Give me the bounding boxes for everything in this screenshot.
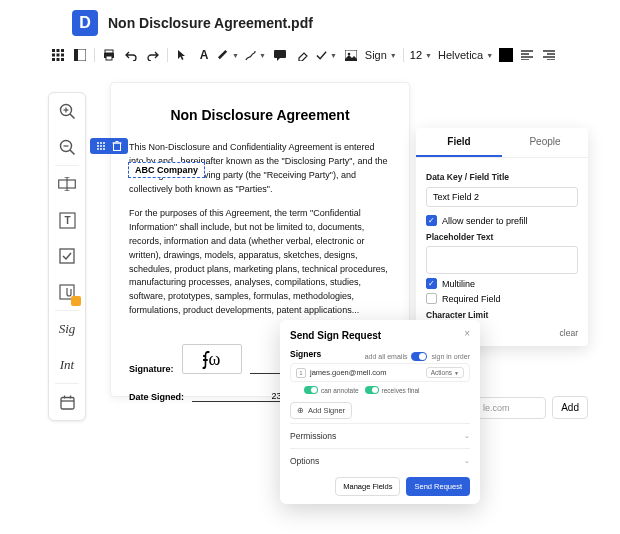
eraser-icon[interactable] [294,47,310,63]
company-text-field[interactable]: ABC Company [128,162,205,178]
signer-index: 1 [296,368,306,378]
zoom-in-icon[interactable] [49,93,85,129]
svg-rect-40 [61,397,74,409]
close-icon[interactable]: × [464,328,470,339]
print-icon[interactable] [101,47,117,63]
send-request-button[interactable]: Send Request [406,477,470,496]
checkmark-tool[interactable]: ▼ [316,50,337,61]
sign-order-toggle[interactable] [411,352,427,361]
signer-row: 1 james.goen@mell.com Actions▼ [290,363,470,382]
svg-point-48 [100,145,102,147]
grid-view-icon[interactable] [50,47,66,63]
move-icon[interactable] [96,141,106,151]
svg-rect-3 [52,54,55,57]
signature-box[interactable]: ʄω [182,344,242,374]
font-size-select[interactable]: 12▼ [410,49,432,61]
email-input[interactable]: le.com [476,397,546,419]
svg-point-49 [103,145,105,147]
date-label: Date Signed: [129,392,184,402]
svg-rect-14 [274,50,286,58]
align-left-icon[interactable] [519,47,535,63]
toolbar: A ▼ ▼ ▼ Sign▼ 12▼ Helvetica▼ [50,44,590,66]
permissions-accordion[interactable]: Permissions⌄ [290,423,470,448]
highlight-tool[interactable]: ▼ [218,50,239,61]
add-button[interactable]: Add [552,396,588,419]
plus-icon: ⊕ [297,406,304,415]
datakey-input[interactable] [426,187,578,207]
title-bar: D Non Disclosure Agreement.pdf [72,10,313,36]
attachment-tool-icon[interactable] [49,274,85,310]
zoom-out-icon[interactable] [49,129,85,165]
initials-tool-icon[interactable]: Int [49,347,85,383]
datakey-label: Data Key / Field Title [426,172,578,182]
field-properties-panel: Field People Data Key / Field Title ✓ Al… [416,128,588,346]
svg-point-47 [97,145,99,147]
multiline-check[interactable]: ✓ Multiline [426,278,578,289]
svg-rect-4 [57,54,60,57]
manage-fields-button[interactable]: Manage Fields [335,477,400,496]
receives-final-toggle[interactable]: receives final [365,386,420,394]
placeholder-label: Placeholder Text [426,232,578,242]
svg-rect-5 [61,54,64,57]
svg-rect-8 [61,58,64,61]
separator [94,48,95,62]
sidebar-toggle-icon[interactable] [72,47,88,63]
can-annotate-toggle[interactable]: can annotate [304,386,359,394]
svg-rect-38 [60,249,74,263]
placeholder-input[interactable] [426,246,578,274]
font-family-select[interactable]: Helvetica▼ [438,49,493,61]
text-tool-icon[interactable]: A [196,47,212,63]
svg-text:T: T [64,215,70,226]
svg-rect-10 [74,49,78,61]
pointer-icon[interactable] [174,47,190,63]
signature-label: Signature: [129,364,174,374]
signature-tool-icon[interactable]: Sig [49,311,85,347]
send-sign-request-modal: × Send Sign Request Signers add all emai… [280,320,480,504]
allow-prefill-check[interactable]: ✓ Allow sender to prefill [426,215,578,226]
side-toolbar: T Sig Int [48,92,86,421]
svg-rect-7 [57,58,60,61]
checkbox-icon: ✓ [426,278,437,289]
add-email-bar: le.com Add [476,396,588,419]
document-title: Non Disclosure Agreement.pdf [108,15,313,31]
svg-point-46 [103,142,105,144]
field-drag-handle[interactable] [90,138,128,154]
redo-icon[interactable] [145,47,161,63]
undo-icon[interactable] [123,47,139,63]
checkbox-tool-icon[interactable] [49,238,85,274]
tab-people[interactable]: People [502,128,588,157]
options-accordion[interactable]: Options⌄ [290,448,470,473]
add-signer-button[interactable]: ⊕Add Signer [290,402,352,419]
svg-rect-1 [57,49,60,52]
separator [167,48,168,62]
align-right-icon[interactable] [541,47,557,63]
delete-icon[interactable] [112,141,122,151]
svg-rect-53 [114,143,121,151]
signature-glyph: ʄω [203,348,221,370]
doc-paragraph-2: For the purposes of this Agreement, the … [129,207,391,319]
doc-heading: Non Disclosure Agreement [129,107,391,123]
charlimit-label: Character Limit [426,310,578,320]
paragraph-field-tool-icon[interactable]: T [49,202,85,238]
sign-in-order-label: sign in order [431,353,470,360]
chevron-down-icon: ⌄ [464,432,470,440]
modal-title: Send Sign Request [290,330,470,341]
date-tool-icon[interactable] [49,384,85,420]
sign-tool[interactable]: Sign▼ [365,49,397,61]
signer-actions-dropdown[interactable]: Actions▼ [426,367,464,378]
draw-tool[interactable]: ▼ [245,50,266,61]
svg-line-30 [70,150,75,155]
checkbox-icon: ✓ [426,215,437,226]
color-picker[interactable] [499,48,513,62]
comment-icon[interactable] [272,47,288,63]
separator [403,48,404,62]
svg-rect-13 [106,56,112,60]
svg-point-51 [100,148,102,150]
svg-point-44 [97,142,99,144]
image-icon[interactable] [343,47,359,63]
tab-field[interactable]: Field [416,128,502,157]
svg-rect-2 [61,49,64,52]
required-check[interactable]: Required Field [426,293,578,304]
svg-point-50 [97,148,99,150]
text-field-tool-icon[interactable] [49,166,85,202]
